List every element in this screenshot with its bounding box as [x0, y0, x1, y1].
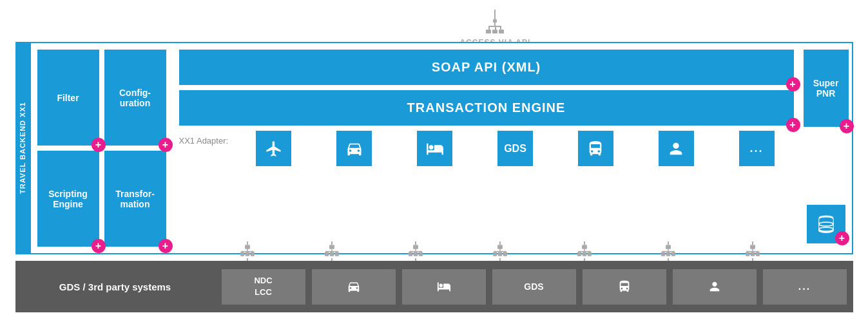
adapter-label: XX1 Adapter: [179, 131, 237, 146]
api-icon-svg [486, 19, 504, 33]
connector-node-7 [746, 245, 760, 256]
travel-backend-label: TRAVEL BACKEND XX1 [15, 42, 30, 254]
btm-conn-7 [711, 242, 795, 261]
svg-point-16 [819, 222, 833, 226]
flight-icon [265, 140, 283, 158]
gds-hotel [402, 269, 486, 305]
bottom-connectors [206, 242, 795, 261]
btm-conn-2 [289, 242, 374, 261]
main-content-area: TRAVEL BACKEND XX1 Filter + Config-urati… [15, 42, 853, 254]
btm-conn-6 [626, 242, 711, 261]
adapter-flight [237, 131, 311, 166]
connector-node-2 [325, 245, 339, 256]
left-modules-panel: Filter + Config-uration + Scripting Engi… [31, 43, 173, 253]
adapter-icons: GDS [237, 131, 794, 166]
flight-icon-box [256, 131, 291, 166]
filter-module: Filter + [37, 50, 99, 146]
svg-rect-33 [331, 249, 333, 251]
car-icon [345, 140, 363, 158]
adapter-gds: GDS [478, 131, 552, 166]
svg-rect-20 [245, 245, 250, 249]
svg-rect-27 [247, 251, 248, 254]
scripting-plus-badge[interactable]: + [92, 239, 106, 253]
svg-rect-51 [499, 249, 501, 251]
svg-rect-28 [253, 251, 254, 254]
gds-bus-icon [617, 279, 632, 294]
svg-rect-2 [492, 30, 497, 33]
svg-rect-29 [329, 245, 334, 249]
svg-rect-72 [668, 251, 670, 254]
adapter-car [317, 131, 391, 166]
configuration-module: Config-uration + [104, 50, 166, 146]
svg-rect-24 [247, 249, 248, 251]
svg-point-17 [819, 227, 833, 231]
filter-plus-badge[interactable]: + [92, 138, 106, 152]
transformation-plus-badge[interactable]: + [159, 239, 173, 253]
svg-rect-78 [752, 249, 753, 251]
btm-conn-4 [458, 242, 543, 261]
database-icon [815, 213, 838, 236]
transaction-plus-badge[interactable]: + [786, 118, 800, 132]
connector-node-4 [493, 245, 507, 256]
svg-rect-3 [499, 30, 504, 33]
gds-icon-box: GDS [497, 131, 533, 166]
svg-rect-73 [673, 251, 675, 254]
btm-conn-1 [206, 242, 290, 261]
gds-car [312, 269, 396, 305]
connector-line-top [494, 10, 496, 19]
bus-icon-box [578, 131, 613, 166]
backend-box: Filter + Config-uration + Scripting Engi… [30, 42, 853, 254]
transformation-module: Transfor-mation + [104, 151, 166, 247]
svg-rect-6 [488, 26, 490, 30]
api-network-icon [486, 19, 504, 36]
connector-node-6 [661, 245, 675, 256]
svg-rect-55 [505, 251, 506, 254]
svg-rect-7 [495, 26, 496, 30]
svg-rect-62 [578, 251, 579, 254]
person-icon [667, 140, 685, 158]
transaction-engine-box: TRANSACTION ENGINE + [179, 90, 794, 126]
hotel-icon [426, 140, 444, 158]
gds-ndc-lcc: NDCLCC [222, 269, 305, 305]
connector-node-5 [577, 245, 592, 256]
db-plus-badge[interactable]: + [835, 231, 849, 245]
svg-rect-19 [833, 219, 833, 229]
svg-rect-38 [413, 245, 418, 249]
btm-conn-5 [542, 242, 626, 261]
svg-rect-81 [752, 251, 753, 254]
config-plus-badge[interactable]: + [159, 138, 173, 152]
super-pnr-box: Super PNR + [804, 50, 849, 127]
adapter-hotel [398, 131, 472, 166]
svg-rect-56 [582, 245, 587, 249]
svg-rect-65 [666, 245, 671, 249]
svg-rect-42 [416, 249, 417, 251]
right-panel: SOAP API (XML) + TRANSACTION ENGINE + XX… [173, 43, 800, 253]
btm-conn-3 [374, 242, 458, 261]
svg-rect-0 [493, 19, 497, 23]
scripting-engine-module: Scripting Engine + [37, 151, 99, 247]
svg-rect-4 [494, 23, 496, 26]
gds-car-icon [347, 279, 361, 294]
car-icon-box [336, 131, 372, 166]
soap-plus-badge[interactable]: + [786, 77, 800, 91]
svg-rect-26 [241, 251, 242, 254]
superpnr-plus-badge[interactable]: + [840, 119, 854, 133]
connector-node-1 [240, 245, 255, 256]
svg-rect-60 [584, 249, 585, 251]
gds-hotel-icon [437, 279, 451, 294]
gds-label: GDS / 3rd party systems [15, 261, 215, 312]
adapter-more: ... [720, 131, 794, 166]
adapter-person [639, 131, 713, 166]
more-icon-box: ... [739, 131, 775, 166]
svg-rect-44 [410, 251, 411, 254]
architecture-diagram: ACCESS VIA API TRAVEL BACKEND XX1 Filter… [15, 10, 853, 312]
adapter-bus [559, 131, 633, 166]
svg-rect-35 [325, 251, 327, 254]
svg-rect-36 [331, 251, 333, 254]
svg-rect-45 [416, 251, 417, 254]
svg-rect-18 [819, 219, 820, 229]
svg-rect-63 [584, 251, 585, 254]
bottom-gds-section: GDS / 3rd party systems NDCLCC GDS [15, 261, 853, 312]
svg-rect-1 [486, 30, 491, 33]
gds-icons-row: NDCLCC GDS [215, 261, 853, 312]
